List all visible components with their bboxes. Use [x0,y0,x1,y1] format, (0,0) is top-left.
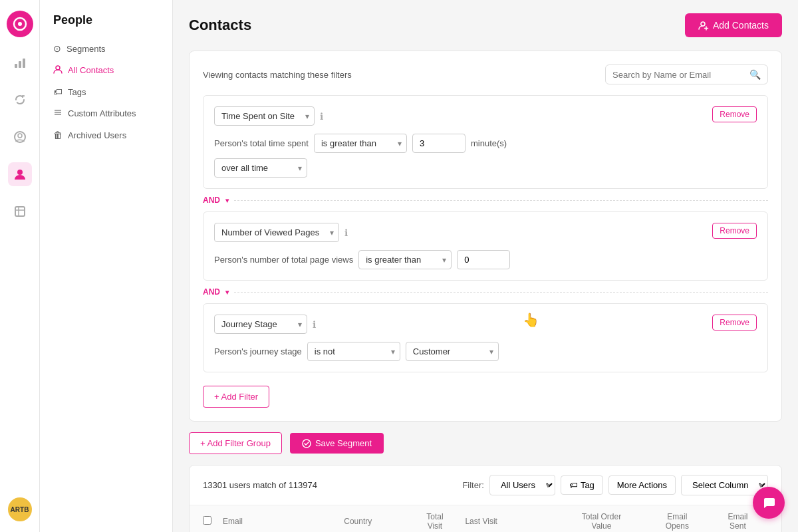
viewed-pages-info-icon[interactable]: ℹ [344,227,348,238]
journey-stage-value-select[interactable]: Customer Lead Prospect [406,342,499,361]
nav-icon-bar-chart[interactable] [8,51,32,74]
sidebar-title: People [40,13,172,38]
and-chevron-2[interactable]: ▾ [225,289,229,296]
filter-header: Viewing contacts matching these filters … [203,65,768,84]
save-segment-button[interactable]: Save Segment [290,433,384,454]
sidebar-item-tags[interactable]: 🏷 Tags [40,81,172,102]
tag-label: Tag [581,480,595,490]
sidebar-item-archived-users[interactable]: 🗑 Archived Users [40,124,172,146]
all-contacts-icon [53,65,63,76]
journey-stage-condition-wrapper[interactable]: is not is [307,342,400,361]
viewed-pages-condition-wrapper[interactable]: is greater than is less than equals [358,250,452,269]
col-country-label: Country [344,517,372,526]
time-spent-value-input[interactable] [412,134,466,153]
app-logo[interactable] [7,11,33,37]
add-filter-button[interactable]: + Add Filter [203,386,269,408]
svg-rect-4 [23,59,25,68]
sidebar-item-custom-attributes[interactable]: Custom Attributes [40,102,172,124]
col-header-total-visit[interactable]: TotalVisit [404,512,465,531]
and-label-2: AND [203,287,220,297]
sidebar: People ⊙ Segments All Contacts 🏷 Tags Cu… [40,0,173,532]
select-column-select[interactable]: Select Column [681,475,768,495]
remove-journey-stage-button[interactable]: Remove [712,315,757,331]
results-controls: Filter: All Users 🏷 Tag More Actions Sel… [462,475,768,495]
journey-stage-select-wrapper[interactable]: Journey Stage [214,315,307,334]
filter-description: Viewing contacts matching these filters [203,70,352,80]
select-all-checkbox[interactable] [203,516,211,525]
journey-stage-condition-select[interactable]: is not is [307,342,400,361]
time-spent-info-icon[interactable]: ℹ [320,111,323,122]
journey-stage-value-wrapper[interactable]: Customer Lead Prospect [406,342,499,361]
nav-icon-refresh[interactable] [8,88,32,112]
all-users-select-wrapper[interactable]: All Users [489,475,555,495]
cursor-hand: 👆 [523,312,539,328]
save-segment-label: Save Segment [315,438,372,448]
sidebar-item-all-contacts-label: All Contacts [68,65,114,75]
time-spent-period-select[interactable]: over all time last 7 days last 30 days [214,158,307,178]
time-spent-condition-select[interactable]: is greater than is less than equals [314,134,407,153]
remove-time-spent-button[interactable]: Remove [712,106,757,122]
time-spent-condition-wrapper[interactable]: is greater than is less than equals [314,134,407,153]
add-filter-group-button[interactable]: + Add Filter Group [189,432,282,454]
time-spent-select-wrapper[interactable]: Time Spent on Site [214,106,315,126]
nav-icon-person[interactable] [8,162,32,186]
col-header-email-opens[interactable]: EmailOpens [647,512,708,531]
nav-icon-person-circle[interactable] [8,125,32,149]
viewed-pages-select[interactable]: Number of Viewed Pages [214,223,339,242]
main-content: Contacts Add Contacts Viewing contacts m… [173,0,798,532]
col-email-label: Email [223,517,243,526]
tags-icon: 🏷 [53,86,63,97]
sidebar-item-custom-attributes-label: Custom Attributes [68,108,136,118]
col-last-visit-label: Last Visit [465,517,497,526]
more-actions-button[interactable]: More Actions [608,475,676,495]
results-area: 13301 users match of 113974 Filter: All … [189,465,782,532]
sidebar-item-segments[interactable]: ⊙ Segments [40,38,172,59]
col-header-order-value[interactable]: Total OrderValue [556,512,647,531]
viewed-pages-select-wrapper[interactable]: Number of Viewed Pages [214,223,339,242]
and-separator-1: AND ▾ [203,196,768,205]
sidebar-item-segments-label: Segments [66,44,106,54]
table-checkbox-header[interactable] [203,516,223,527]
search-input[interactable] [612,70,745,80]
chat-button[interactable] [753,487,785,519]
custom-attributes-icon [53,108,63,119]
chat-icon [761,495,776,510]
user-avatar[interactable]: ARTB [8,497,32,521]
time-spent-label: Person's total time spent [214,138,309,148]
journey-stage-select[interactable]: Journey Stage [214,315,307,334]
col-order-value-label: Total OrderValue [582,512,621,531]
add-contacts-button[interactable]: Add Contacts [685,13,782,37]
results-header: 13301 users match of 113974 Filter: All … [190,466,781,505]
nav-icon-box[interactable] [8,200,32,223]
and-chevron-1[interactable]: ▾ [225,197,229,204]
remove-viewed-pages-button[interactable]: Remove [712,223,757,239]
icon-bar: ARTB [0,0,40,532]
col-header-last-visit[interactable]: Last Visit [465,517,556,526]
filter-area: Viewing contacts matching these filters … [189,51,782,422]
sidebar-item-all-contacts[interactable]: All Contacts [40,59,172,81]
viewed-pages-value-input[interactable] [457,250,510,269]
time-spent-select[interactable]: Time Spent on Site [214,106,315,126]
journey-stage-label: Person's journey stage [214,346,302,356]
svg-point-6 [18,134,22,138]
results-count: 13301 users match of 113974 [203,480,317,490]
col-email-opens-label: EmailOpens [666,512,689,531]
filter-block-journey-stage: Journey Stage ℹ 👆 Person's journey stage… [203,303,768,372]
tag-icon: 🏷 [569,480,578,490]
tag-button[interactable]: 🏷 Tag [561,475,603,495]
viewed-pages-condition-select[interactable]: is greater than is less than equals [358,250,452,269]
search-box[interactable]: 🔍 [605,65,768,84]
select-column-wrapper[interactable]: Select Column [681,475,768,495]
col-header-country[interactable]: Country [344,517,404,526]
sidebar-item-tags-label: Tags [68,87,86,97]
time-spent-period-wrapper[interactable]: over all time last 7 days last 30 days [214,158,307,178]
add-contacts-label: Add Contacts [713,20,769,31]
all-users-select[interactable]: All Users [489,475,555,495]
col-total-visit-label: TotalVisit [426,512,443,531]
svg-point-13 [701,22,705,26]
filter-block-journey-stage-header: Journey Stage ℹ 👆 [214,315,757,334]
svg-rect-8 [15,207,25,216]
journey-stage-info-icon[interactable]: ℹ [313,319,316,330]
segments-icon: ⊙ [53,43,61,54]
col-header-email[interactable]: Email [223,517,344,526]
